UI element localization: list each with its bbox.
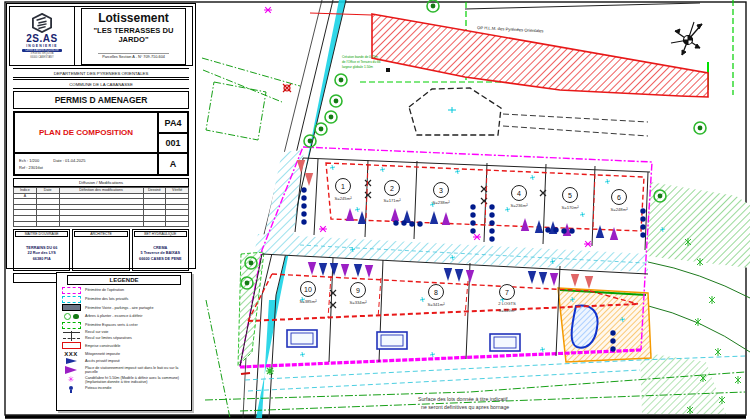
north-arrow-icon <box>671 22 702 55</box>
modifications-table: Indice Date Définition des modifications… <box>13 187 189 227</box>
setback-boundary-icon <box>63 338 80 339</box>
surface-note: Surface des lots donnée à titre indicati… <box>418 396 509 410</box>
legend-title: LEGENDE <box>67 275 181 285</box>
svg-text:ne seront definitives qu apres: ne seront definitives qu apres bornage <box>421 404 509 410</box>
svg-text:8: 8 <box>434 289 438 296</box>
lot-1: 1S=245m² <box>334 179 352 202</box>
lot-10: 10S=385m² <box>299 282 317 305</box>
legend-item-mitoyennete: XXX Mitoyenneté imposée <box>57 351 191 357</box>
logo-cube-icon <box>31 13 53 33</box>
svg-text:7: 7 <box>505 289 509 296</box>
green-space-perimeter-icon <box>62 322 81 329</box>
lot-6: 6S=248m² <box>610 190 628 213</box>
commune-label: COMMUNE DE LA CABANASSE <box>13 79 189 89</box>
svg-text:Création bande de 0.75m: Création bande de 0.75m <box>342 55 378 59</box>
building-label: OP H.L.M. des Pyrénées Orientales <box>477 25 544 33</box>
project-title: Lotissement <box>82 11 186 25</box>
lot-9: 9S=334m² <box>349 283 367 306</box>
logo-subtitle: INGENIERIE <box>26 44 58 48</box>
project-title-cell: Lotissement "LES TERRASSES DU JARDO" Par… <box>75 7 192 65</box>
date-label: Date : 01-04-2025 <box>53 158 85 163</box>
svg-text:S=245m²: S=245m² <box>334 196 352 201</box>
lot-7: 72 LOGTSS=449m² <box>498 285 516 314</box>
operation-perimeter-icon <box>62 287 81 294</box>
road-perimeter-icon <box>62 304 81 311</box>
drawing-sheet: OP H.L.M. des Pyrénées Orientales Créati… <box>0 0 750 420</box>
fire-hydrant-icon <box>283 84 291 92</box>
legend-item-lots-privatifs: Périmètre des lots privatifs <box>57 296 191 303</box>
scale-label: Ech : 1/200 <box>19 158 39 163</box>
svg-text:S=238m²: S=238m² <box>432 200 450 205</box>
legend-item-voirie: Périmètre Voirie - parkings - aire parta… <box>57 304 191 311</box>
legend-item-arbres: Arbres à planter - essence à définir <box>57 313 191 321</box>
logo-name: 2S.AS <box>26 33 57 44</box>
legend-panel: LEGENDE Périmètre de l'opération Périmèt… <box>56 272 192 411</box>
legend-item-stationnement: Place de stationnement imposé soit dans … <box>57 366 191 375</box>
parking-arrow-icon <box>65 366 77 374</box>
document-title: PLAN DE COMPOSITION <box>14 112 158 153</box>
street-light-icon: ✳ <box>68 376 75 384</box>
lot-2: 2S=171m² <box>383 181 401 204</box>
lot-5: 5S=170m² <box>561 188 579 211</box>
project-subtitle: "LES TERRASSES DU JARDO" <box>82 26 186 44</box>
svg-text:Surface des lots donnée à titr: Surface des lots donnée à titre indicati… <box>418 396 508 402</box>
permit-type: PERMIS D AMENAGER <box>13 91 189 109</box>
svg-text:10: 10 <box>304 286 312 293</box>
legend-item-candelabre: ✳ Candélabre ht 5.50m (Modèle à définir … <box>57 376 191 385</box>
svg-text:5: 5 <box>568 192 572 199</box>
table-row <box>14 221 189 227</box>
stakeholders: MAITRE D'OUVRAGE TERRAINS DU 66 22 Rue d… <box>13 229 189 271</box>
company-logo: 2S.AS INGENIERIE Centre d'Affaires EQUIN… <box>10 7 75 65</box>
svg-text:largeur globale 1.50m: largeur globale 1.50m <box>342 65 373 69</box>
tree-icon <box>60 313 82 321</box>
svg-text:S=385m²: S=385m² <box>299 299 317 304</box>
legend-item-espaces-verts: Périmètre Espaces verts à créer <box>57 322 191 329</box>
legend-item-perimetre-operation: Périmètre de l'opération <box>57 287 191 294</box>
annex-buildings <box>287 330 520 351</box>
svg-text:S=341m²: S=341m² <box>427 302 445 307</box>
lot-3: 3S=238m² <box>432 183 450 206</box>
svg-text:6: 6 <box>617 194 621 201</box>
parcels-ref: Parcelles Section A - N° 709-710-604 <box>98 53 169 59</box>
title-block-header: 2S.AS INGENIERIE Centre d'Affaires EQUIN… <box>9 6 193 66</box>
svg-text:S=248m²: S=248m² <box>610 207 628 212</box>
buildable-area-icon <box>62 342 81 349</box>
svg-text:2: 2 <box>390 185 394 192</box>
svg-text:2 LOGTS: 2 LOGTS <box>498 301 516 306</box>
stakeholder-architecte: ARCHITECTE <box>72 229 129 271</box>
legend-item-acces: Accès privatif imposé <box>57 358 191 364</box>
legend-item-emprise: Emprise constructible <box>57 342 191 349</box>
ref-label: Ref : 2301tlot <box>19 165 43 170</box>
title-block: 2S.AS INGENIERIE Centre d'Affaires EQUIN… <box>6 3 196 269</box>
scale-date-cell: Ech : 1/200 Date : 01-04-2025 Ref : 2301… <box>14 153 158 175</box>
legend-item-recul-limites: Recul sur limites séparatives <box>57 336 191 340</box>
green-note: Création bande de 0.75m de l'Office et T… <box>342 55 381 69</box>
internal-roads <box>254 150 648 272</box>
svg-text:de l'Office et Terrains du 66: de l'Office et Terrains du 66 <box>342 60 381 64</box>
svg-text:3: 3 <box>439 187 443 194</box>
document-number: 001 <box>158 133 188 153</box>
legend-item-recul-voie: Recul sur voie <box>57 330 191 334</box>
logo-address: 3 Rue du SEQUOIA 66000 CABESTANY <box>30 52 53 59</box>
svg-text:S=334m²: S=334m² <box>349 300 367 305</box>
party-wall-icon: XXX <box>64 351 78 357</box>
fire-hydrant-legend-icon <box>69 386 73 390</box>
setback-road-icon <box>63 332 80 333</box>
svg-text:4: 4 <box>517 190 521 197</box>
lot-8: 8S=341m² <box>427 285 445 308</box>
svg-text:9: 9 <box>356 287 360 294</box>
svg-text:1: 1 <box>341 183 345 190</box>
lot-4: 4S=236m² <box>510 186 528 209</box>
svg-text:S=170m²: S=170m² <box>561 205 579 210</box>
dashed-reserve-outline <box>409 88 648 136</box>
private-lots-perimeter-icon <box>62 296 81 303</box>
svg-text:S=171m²: S=171m² <box>383 198 401 203</box>
access-arrow-icon <box>66 358 77 364</box>
legend-item-poteau-incendie: Poteau incendie <box>57 386 191 390</box>
document-code: PA4 <box>158 112 188 133</box>
document-info-grid: PLAN DE COMPOSITION PA4 001 Ech : 1/200 … <box>13 111 189 176</box>
diffusion-header: Diffusion / Modifications <box>13 178 189 187</box>
stakeholder-bet-hydraulique: BET HYDRAULIQUE CREMA 5 Traverse de BAIX… <box>132 229 189 271</box>
svg-text:S=236m²: S=236m² <box>510 203 528 208</box>
department-label: DEPARTEMENT DES PYRENEES ORIENTALES <box>13 68 189 78</box>
